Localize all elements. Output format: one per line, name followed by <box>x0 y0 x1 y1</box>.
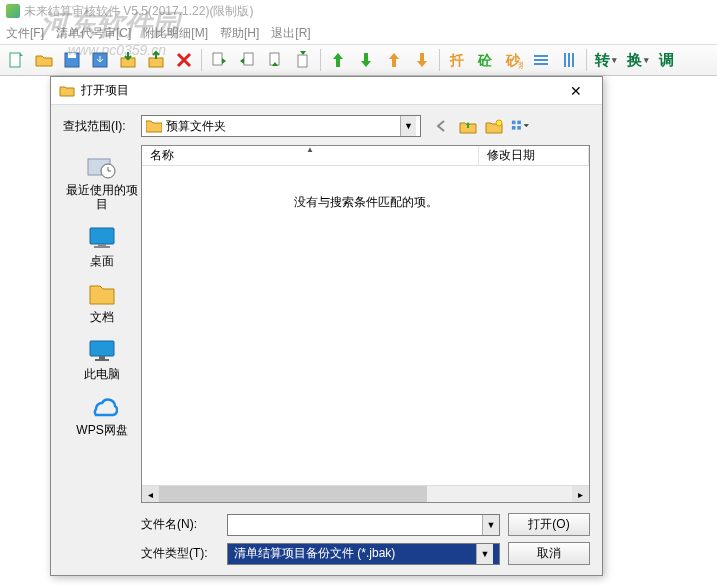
file-list[interactable]: ▲ 名称 修改日期 没有与搜索条件匹配的项。 ◂ ▸ <box>141 145 590 503</box>
filetype-select[interactable]: 清单结算项目备份文件 (*.jbak) ▼ <box>227 543 500 565</box>
place-recent-label: 最近使用的项目 <box>66 183 138 212</box>
svg-rect-21 <box>512 121 516 125</box>
look-in-label: 查找范围(I): <box>63 118 141 135</box>
svg-point-20 <box>496 120 502 126</box>
filename-input[interactable]: ▼ <box>227 514 500 536</box>
menu-help[interactable]: 帮助[H] <box>220 25 259 42</box>
filename-label: 文件名(N): <box>141 516 219 533</box>
new-folder-icon[interactable] <box>485 117 503 135</box>
scroll-thumb[interactable] <box>159 486 427 502</box>
tool-convert-button[interactable]: 转▾ <box>591 47 621 73</box>
app-titlebar: 未来结算审核软件 V5.5(2017.1.22)(限制版) <box>0 0 717 22</box>
svg-rect-24 <box>517 126 521 130</box>
svg-rect-30 <box>90 341 114 356</box>
svg-rect-18 <box>568 53 570 67</box>
place-thispc[interactable]: 此电脑 <box>66 333 138 385</box>
toolbar-separator <box>439 49 440 71</box>
tool-doc-up-icon[interactable] <box>290 47 316 73</box>
tool-doc-out-icon[interactable] <box>234 47 260 73</box>
svg-rect-2 <box>68 53 76 58</box>
app-icon <box>6 4 20 18</box>
svg-rect-17 <box>564 53 566 67</box>
tool-import-icon[interactable] <box>115 47 141 73</box>
file-list-header: ▲ 名称 修改日期 <box>142 146 589 166</box>
svg-rect-15 <box>534 59 548 61</box>
back-icon[interactable] <box>433 117 451 135</box>
places-bar: 最近使用的项目 桌面 文档 此电脑 WPS网盘 <box>63 145 141 503</box>
chevron-down-icon[interactable]: ▼ <box>482 515 499 535</box>
tool-adjust-button[interactable]: 调 <box>655 47 678 73</box>
menubar: 文件[F] 清单代号审[C] 附比明细[M] 帮助[H] 退出[R] <box>0 22 717 44</box>
svg-rect-27 <box>90 228 114 244</box>
svg-rect-32 <box>95 359 109 361</box>
filetype-label: 文件类型(T): <box>141 545 219 562</box>
toolbar-separator <box>320 49 321 71</box>
tool-arrow-up-green-icon[interactable] <box>325 47 351 73</box>
svg-rect-7 <box>244 53 253 65</box>
svg-rect-23 <box>512 126 516 130</box>
tool-arrow-down-orange-icon[interactable] <box>409 47 435 73</box>
tool-glyph3-icon[interactable]: 砂浆 <box>500 47 526 73</box>
place-desktop[interactable]: 桌面 <box>66 220 138 272</box>
close-button[interactable]: ✕ <box>558 79 594 103</box>
dialog-titlebar: 打开项目 ✕ <box>51 77 602 105</box>
column-name[interactable]: ▲ 名称 <box>142 146 479 165</box>
chevron-down-icon[interactable]: ▼ <box>476 544 493 564</box>
tool-glyph1-icon[interactable]: 扦 <box>444 47 470 73</box>
svg-rect-14 <box>534 55 548 57</box>
menu-exit[interactable]: 退出[R] <box>271 25 310 42</box>
tool-arrow-up-orange-icon[interactable] <box>381 47 407 73</box>
tool-delete-icon[interactable] <box>171 47 197 73</box>
empty-message: 没有与搜索条件匹配的项。 <box>294 194 438 211</box>
svg-rect-9 <box>298 55 307 67</box>
file-list-body: 没有与搜索条件匹配的项。 <box>142 166 589 485</box>
place-wps[interactable]: WPS网盘 <box>66 389 138 441</box>
chevron-down-icon[interactable]: ▼ <box>400 116 416 136</box>
tool-open-icon[interactable] <box>31 47 57 73</box>
tool-save-down-icon[interactable] <box>87 47 113 73</box>
tool-save-icon[interactable] <box>59 47 85 73</box>
menu-list[interactable]: 清单代号审[C] <box>56 25 131 42</box>
svg-rect-31 <box>99 356 105 359</box>
menu-file[interactable]: 文件[F] <box>6 25 44 42</box>
cancel-button[interactable]: 取消 <box>508 542 590 565</box>
tool-arrow-down-green-icon[interactable] <box>353 47 379 73</box>
horizontal-scrollbar[interactable]: ◂ ▸ <box>142 485 589 502</box>
svg-rect-28 <box>98 244 106 246</box>
scroll-left-icon[interactable]: ◂ <box>142 486 159 502</box>
look-in-combo[interactable]: 预算文件夹 ▼ <box>141 115 421 137</box>
place-wps-label: WPS网盘 <box>76 423 127 437</box>
tool-exchange-button[interactable]: 换▾ <box>623 47 653 73</box>
open-button[interactable]: 打开(O) <box>508 513 590 536</box>
tool-export-icon[interactable] <box>143 47 169 73</box>
view-menu-icon[interactable] <box>511 117 529 135</box>
place-thispc-label: 此电脑 <box>84 367 120 381</box>
tool-new-icon[interactable] <box>3 47 29 73</box>
folder-icon <box>146 119 162 133</box>
column-date[interactable]: 修改日期 <box>479 146 589 165</box>
tool-doc-down-icon[interactable] <box>262 47 288 73</box>
app-title: 未来结算审核软件 V5.5(2017.1.22)(限制版) <box>24 3 253 20</box>
tool-glyph2-icon[interactable]: 砼 <box>472 47 498 73</box>
place-desktop-label: 桌面 <box>90 254 114 268</box>
place-documents[interactable]: 文档 <box>66 276 138 328</box>
svg-rect-22 <box>517 121 521 125</box>
toolbar-separator <box>586 49 587 71</box>
svg-rect-16 <box>534 63 548 65</box>
menu-detail[interactable]: 附比明细[M] <box>143 25 208 42</box>
svg-rect-29 <box>94 246 110 248</box>
place-recent[interactable]: 最近使用的项目 <box>66 149 138 216</box>
place-documents-label: 文档 <box>90 310 114 324</box>
svg-rect-19 <box>572 53 574 67</box>
tool-doc-in-icon[interactable] <box>206 47 232 73</box>
svg-text:扦: 扦 <box>449 52 464 68</box>
sort-ascending-icon: ▲ <box>306 145 314 154</box>
up-folder-icon[interactable] <box>459 117 477 135</box>
toolbar-separator <box>201 49 202 71</box>
scroll-right-icon[interactable]: ▸ <box>572 486 589 502</box>
svg-rect-6 <box>213 53 222 65</box>
tool-bars-h-icon[interactable] <box>528 47 554 73</box>
open-dialog: 打开项目 ✕ 查找范围(I): 预算文件夹 ▼ 最近使用的项目 <box>50 76 603 576</box>
tool-bars-v-icon[interactable] <box>556 47 582 73</box>
dialog-icon <box>59 83 75 99</box>
